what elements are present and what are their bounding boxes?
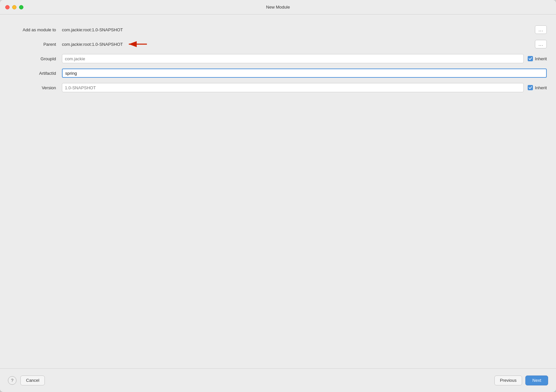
parent-row: Parent com.jackie:root:1.0-SNAPSHOT: [9, 37, 547, 51]
window-title: New Module: [266, 5, 290, 10]
groupid-input[interactable]: [62, 54, 524, 63]
traffic-lights: [5, 5, 23, 9]
version-inherit-checkbox[interactable]: [528, 85, 533, 90]
help-button[interactable]: ?: [8, 376, 16, 385]
cancel-button[interactable]: Cancel: [20, 376, 45, 385]
groupid-row: GroupId Inherit: [9, 51, 547, 66]
add-as-module-row: Add as module to com.jackie:root:1.0-SNA…: [9, 22, 547, 37]
title-bar: New Module: [0, 0, 556, 14]
version-label: Version: [9, 85, 62, 90]
groupid-input-wrap: Inherit: [62, 54, 547, 63]
add-as-module-dots-button[interactable]: ...: [535, 25, 547, 34]
version-inherit-label: Inherit: [535, 85, 547, 90]
version-inherit-wrap: Inherit: [528, 85, 547, 90]
previous-button[interactable]: Previous: [494, 376, 522, 385]
artifactid-label: ArtifactId: [9, 71, 62, 76]
version-row: Version Inherit: [9, 80, 547, 95]
minimize-button[interactable]: [12, 5, 16, 9]
parent-dots-button[interactable]: ...: [535, 40, 547, 48]
artifactid-row: ArtifactId: [9, 66, 547, 80]
form-content: Add as module to com.jackie:root:1.0-SNA…: [0, 14, 556, 392]
parent-value-row: com.jackie:root:1.0-SNAPSHOT: [62, 40, 547, 49]
groupid-inherit-wrap: Inherit: [528, 56, 547, 61]
next-button[interactable]: Next: [525, 376, 548, 385]
artifactid-input[interactable]: [62, 69, 547, 78]
version-input[interactable]: [62, 83, 524, 92]
add-as-module-value: com.jackie:root:1.0-SNAPSHOT: [62, 27, 123, 32]
red-arrow-icon: [125, 40, 149, 49]
groupid-label: GroupId: [9, 56, 62, 61]
parent-value: com.jackie:root:1.0-SNAPSHOT: [62, 42, 123, 47]
close-button[interactable]: [5, 5, 10, 9]
version-input-wrap: Inherit: [62, 83, 547, 92]
footer: ? Cancel Previous Next: [0, 368, 556, 392]
footer-left: ? Cancel: [8, 376, 45, 385]
groupid-inherit-checkbox[interactable]: [528, 56, 533, 61]
dialog-window: New Module Add as module to com.jackie:r…: [0, 0, 556, 392]
groupid-inherit-label: Inherit: [535, 56, 547, 61]
add-as-module-value-row: com.jackie:root:1.0-SNAPSHOT ...: [62, 25, 547, 34]
maximize-button[interactable]: [19, 5, 23, 9]
form-section: Add as module to com.jackie:root:1.0-SNA…: [9, 22, 547, 95]
add-as-module-label: Add as module to: [9, 27, 62, 32]
footer-right: Previous Next: [494, 376, 548, 385]
parent-label: Parent: [9, 42, 62, 47]
